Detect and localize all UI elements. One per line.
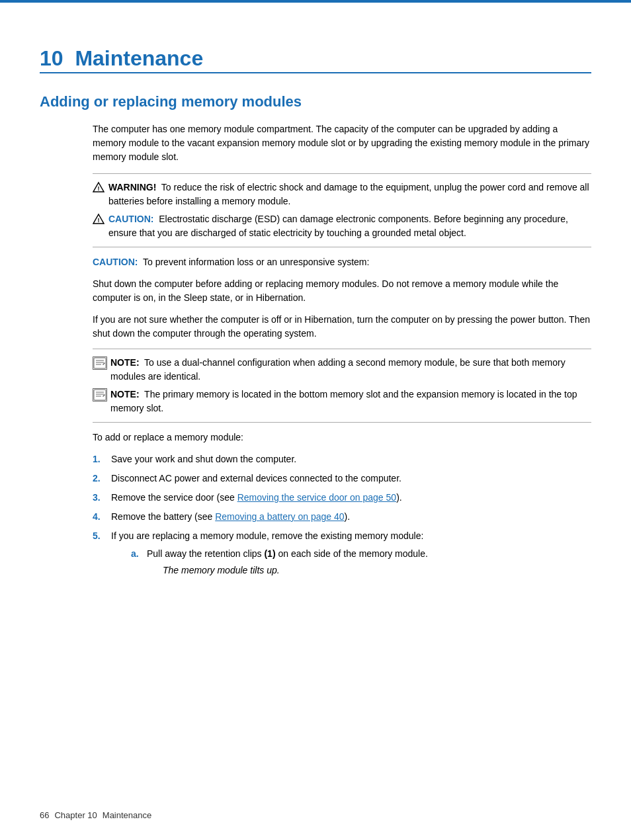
note1-text: NOTE: To use a dual-channel configuratio… [110,356,591,384]
step-3: 3. Remove the service door (see Removing… [93,491,591,505]
content-area: The computer has one memory module compa… [40,122,591,584]
step-3-text-after: ). [396,492,402,503]
footer-chapter-name: Maintenance [103,810,151,820]
footer-page-number: 66 [40,810,49,820]
step-4: 4. Remove the battery (see Removing a ba… [93,510,591,524]
sub-steps-list: a. Pull away the retention clips (1) on … [111,547,428,580]
note1-body: To use a dual-channel configuration when… [110,357,566,382]
step-2: 2. Disconnect AC power and external devi… [93,472,591,485]
note2-label: NOTE: [110,389,140,399]
caution1-body: Electrostatic discharge (ESD) can damage… [108,214,568,238]
chapter-title: 10 Maintenance [40,46,591,73]
caution2-label: CAUTION: [93,257,138,267]
caution2-text: To prevent information loss or an unresp… [143,257,369,267]
step-2-number: 2. [93,472,111,485]
caution1-triangle-icon: ! [93,213,105,229]
step-1-number: 1. [93,452,111,466]
sub-step-a-text-before: Pull away the retention clips [147,548,264,559]
sub-step-a-note: The memory module tilts up. [147,564,428,577]
caution1-label: CAUTION: [108,214,153,224]
battery-link[interactable]: Removing a battery on page 40 [215,511,344,522]
sub-step-a-label: a. [131,547,147,561]
step-4-text-before: Remove the battery (see [111,511,215,522]
step-1-text: Save your work and shut down the compute… [111,452,296,466]
caution1-text: CAUTION: Electrostatic discharge (ESD) c… [108,212,591,240]
procedure-intro: To add or replace a memory module: [93,431,591,444]
section-title: Adding or replacing memory modules [40,93,591,110]
chapter-name: Maintenance [75,46,203,70]
note1-label: NOTE: [110,357,140,368]
caution2-body1: Shut down the computer before adding or … [93,277,591,305]
note2-body: The primary memory is located in the bot… [110,389,577,413]
page-footer: 66 Chapter 10 Maintenance [40,810,591,820]
sub-step-a: a. Pull away the retention clips (1) on … [131,547,428,580]
footer-chapter-label: Chapter 10 [54,810,97,820]
step-4-text-after: ). [345,511,351,522]
step-3-text: Remove the service door (see Removing th… [111,491,402,505]
notices-group: ! WARNING! To reduce the risk of electri… [93,173,591,247]
note2-block: NOTE: The primary memory is located in t… [93,388,591,415]
chapter-number: 10 [40,46,63,70]
svg-text:!: ! [98,217,100,224]
warning-label: WARNING! [108,182,156,192]
warning-block: ! WARNING! To reduce the risk of electri… [93,181,591,208]
sub-step-a-text-after: on each side of the memory module. [276,548,428,559]
step-5: 5. If you are replacing a memory module,… [93,529,591,584]
step-4-text: Remove the battery (see Removing a batte… [111,510,350,524]
caution2-block: CAUTION: To prevent information loss or … [93,255,591,269]
step-3-number: 3. [93,491,111,505]
sub-step-a-bold: (1) [264,548,275,559]
note2-icon [93,388,107,401]
notes-group: NOTE: To use a dual-channel configuratio… [93,349,591,423]
step-5-text: If you are replacing a memory module, re… [111,529,428,584]
top-border-decoration [0,0,631,3]
svg-text:!: ! [98,185,100,192]
warning-body: To reduce the risk of electric shock and… [108,182,589,206]
service-door-link[interactable]: Removing the service door on page 50 [237,492,396,503]
note1-block: NOTE: To use a dual-channel configuratio… [93,356,591,384]
caution2-body2: If you are not sure whether the computer… [93,313,591,341]
note2-text: NOTE: The primary memory is located in t… [110,388,591,415]
step-2-text: Disconnect AC power and external devices… [111,472,401,485]
note1-icon [93,357,107,370]
sub-step-a-text: Pull away the retention clips (1) on eac… [147,547,428,580]
step-1: 1. Save your work and shut down the comp… [93,452,591,466]
step-4-number: 4. [93,510,111,524]
caution1-block: ! CAUTION: Electrostatic discharge (ESD)… [93,212,591,240]
warning-triangle-icon: ! [93,181,105,197]
steps-list: 1. Save your work and shut down the comp… [93,452,591,584]
step-3-text-before: Remove the service door (see [111,492,237,503]
step-5-number: 5. [93,529,111,543]
footer-text: 66 Chapter 10 Maintenance [40,810,591,820]
intro-paragraph: The computer has one memory module compa… [93,122,591,164]
warning-text: WARNING! To reduce the risk of electric … [108,181,591,208]
page: 10 Maintenance Adding or replacing memor… [0,0,631,840]
